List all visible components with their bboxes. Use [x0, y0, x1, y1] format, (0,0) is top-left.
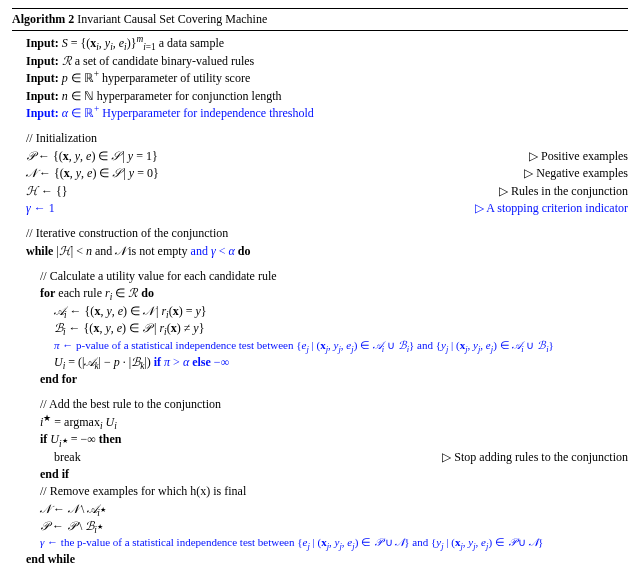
for-line: for each rule ri ∈ ℛ do [12, 285, 628, 302]
input-line-p: Input: p ∈ ℝ+ hyperparameter of utility … [12, 70, 628, 87]
pi-line: π ← p-value of a statistical independenc… [12, 338, 628, 354]
init-gamma: γ ← 1 A stopping criterion indicator [12, 200, 628, 217]
input-line-s: Input: S = {(xi, yi, ei)}mi=1 a data sam… [12, 35, 628, 52]
utility-comment: // Calculate a utility value for each ca… [12, 268, 628, 285]
algorithm-frame: Algorithm 2 Invariant Causal Set Coverin… [12, 8, 628, 566]
remove-comment: // Remove examples for which h(x) is fin… [12, 483, 628, 500]
input-line-n: Input: n ∈ ℕ hyperparameter for conjunct… [12, 88, 628, 105]
add-comment: // Add the best rule to the conjunction [12, 396, 628, 413]
p-update: 𝒫 ← 𝒫 \ ℬi★ [12, 518, 628, 535]
iter-comment: // Iterative construction of the conjunc… [12, 225, 628, 242]
b-line: ℬi ← {(x, y, e) ∈ 𝒫 | ri(x) ≠ y} [12, 320, 628, 337]
gamma-update: γ ← the p-value of a statistical indepen… [12, 535, 628, 551]
if-line: if Ui★ = −∞ then [12, 431, 628, 448]
end-while: end while [12, 551, 628, 566]
init-n: 𝒩 ← {(x, y, e) ∈ 𝒮 | y = 0} Negative exa… [12, 165, 628, 182]
init-h: ℋ ← {} Rules in the conjunction [12, 183, 628, 200]
algorithm-body: Input: S = {(xi, yi, ei)}mi=1 a data sam… [12, 31, 628, 566]
istar-line: i★ = argmaxi Ui [12, 414, 628, 431]
n-update: 𝒩 ← 𝒩 \ 𝒜i★ [12, 501, 628, 518]
end-for: end for [12, 371, 628, 388]
input-line-alpha: Input: α ∈ ℝ+ Hyperparameter for indepen… [12, 105, 628, 122]
u-line: Ui = (|𝒜k| − p · |ℬk|) if π > α else −∞ [12, 354, 628, 371]
algorithm-title-bar: Algorithm 2 Invariant Causal Set Coverin… [12, 9, 628, 31]
init-comment: // Initialization [12, 130, 628, 147]
a-line: 𝒜i ← {(x, y, e) ∈ 𝒩 | ri(x) = y} [12, 303, 628, 320]
algorithm-name: Invariant Causal Set Covering Machine [77, 12, 267, 26]
end-if: end if [12, 466, 628, 483]
algorithm-label: Algorithm 2 [12, 12, 74, 26]
while-line: while |ℋ| < n and 𝒩 is not empty and γ <… [12, 243, 628, 260]
init-p: 𝒫 ← {(x, y, e) ∈ 𝒮 | y = 1} Positive exa… [12, 148, 628, 165]
break-line: break Stop adding rules to the conjuncti… [12, 449, 628, 466]
input-line-r: Input: ℛ a set of candidate binary-value… [12, 53, 628, 70]
